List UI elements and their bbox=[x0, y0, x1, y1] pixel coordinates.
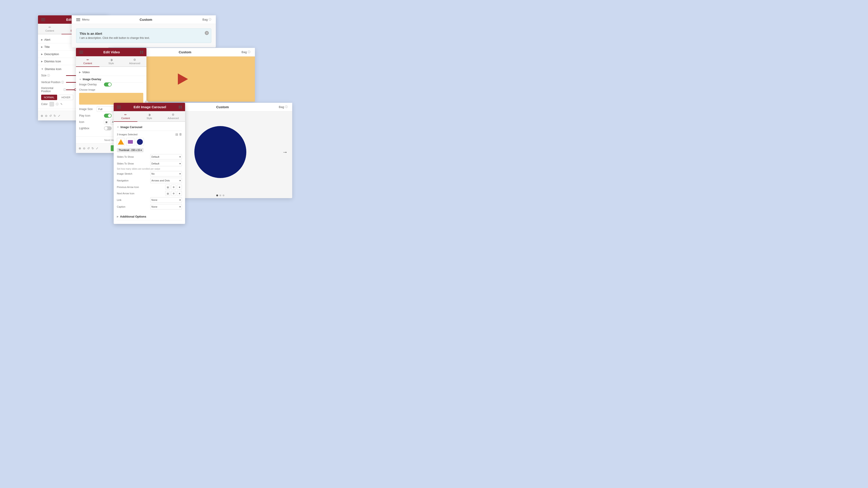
footer-icon-4[interactable]: ↻ bbox=[54, 114, 56, 118]
alert-description: I am a description. Click the edit butto… bbox=[80, 36, 203, 39]
image-overlay-toggle[interactable] bbox=[104, 83, 112, 87]
image-stretch-label: Image Stretch bbox=[117, 172, 132, 175]
navigation-select[interactable]: Arrows and Dots ▾ bbox=[150, 178, 182, 183]
chevron-right-video: ▶ bbox=[79, 71, 81, 73]
image-stretch-select[interactable]: No ▾ bbox=[150, 171, 182, 176]
image-size-button[interactable]: Thumbnail - 150 x 15 ▾ bbox=[117, 148, 144, 152]
footer-icon-v4[interactable]: ↻ bbox=[92, 147, 94, 150]
hamburger-icon[interactable] bbox=[41, 18, 45, 21]
nav-bag-alert[interactable]: Bag ⓘ bbox=[203, 18, 211, 22]
grid-icon-carousel[interactable] bbox=[179, 106, 182, 108]
grid-icon-video[interactable] bbox=[140, 51, 143, 54]
link-select[interactable]: None ▾ bbox=[150, 197, 182, 203]
footer-icon-2[interactable]: ⊖ bbox=[45, 114, 48, 118]
color-swatch[interactable] bbox=[50, 102, 54, 106]
carousel-thumb-2[interactable] bbox=[126, 138, 134, 146]
edit-carousel-panel: Edit Image Carousel ✏ Content ◑ Style ⚙ … bbox=[114, 103, 185, 224]
nav-logo-carousel: Custom bbox=[216, 105, 229, 109]
tab-style-carousel[interactable]: ◑ Style bbox=[137, 111, 161, 121]
previous-arrow-label: Previous Arrow Icon bbox=[117, 186, 139, 188]
info-icon-hp[interactable]: ⓘ bbox=[63, 88, 66, 92]
chevron-right-icon: ▶ bbox=[41, 46, 43, 48]
next-arrow-icon-1[interactable]: ▤ bbox=[165, 191, 170, 196]
tab-style-video[interactable]: ◑ Style bbox=[99, 56, 123, 66]
panel-carousel-header: Edit Image Carousel bbox=[114, 103, 185, 111]
footer-icon-v1[interactable]: ⊕ bbox=[79, 147, 81, 150]
carousel-thumb-3[interactable] bbox=[136, 138, 144, 146]
grid-view-icon[interactable]: ▤ bbox=[175, 133, 178, 136]
vertical-position-label: Vertical Position ⓘ bbox=[41, 80, 66, 84]
slides-to-show-label: Slides To Show bbox=[117, 156, 134, 158]
info-icon-vp[interactable]: ⓘ bbox=[61, 80, 64, 84]
hamburger-icon-carousel[interactable] bbox=[117, 106, 121, 108]
carousel-thumb-1[interactable] bbox=[117, 138, 125, 146]
tab-content-carousel[interactable]: ✏ Content bbox=[114, 111, 137, 122]
alert-preview-content: This Is an Alert I am a description. Cli… bbox=[72, 24, 216, 47]
alert-box: This Is an Alert I am a description. Cli… bbox=[76, 29, 211, 43]
delete-selected-icon[interactable]: 🗑 bbox=[179, 133, 182, 136]
play-button[interactable] bbox=[176, 72, 190, 86]
thumb-circle-icon bbox=[137, 139, 143, 145]
dot-2[interactable] bbox=[219, 195, 221, 196]
info-icon-size[interactable]: ⓘ bbox=[47, 74, 50, 77]
footer-icon-v2[interactable]: ⊖ bbox=[83, 147, 86, 150]
panel-carousel-title: Edit Image Carousel bbox=[133, 105, 166, 109]
next-arrow-icon-3[interactable]: ★ bbox=[177, 191, 182, 196]
image-carousel-header[interactable]: ▼ Image Carousel bbox=[117, 124, 182, 131]
tab-advanced-carousel[interactable]: ⚙ Advanced bbox=[161, 111, 185, 121]
panel-carousel-tabs: ✏ Content ◑ Style ⚙ Advanced bbox=[114, 111, 185, 122]
hover-state-button[interactable]: HOVER bbox=[59, 95, 73, 100]
caption-row: Caption None ▾ bbox=[117, 204, 182, 209]
nav-bag-video[interactable]: Bag ⓘ bbox=[242, 50, 250, 54]
footer-icon-3[interactable]: ↺ bbox=[49, 114, 52, 118]
hamburger-icon-video[interactable] bbox=[79, 51, 83, 54]
slides-to-show-select-2[interactable]: Default ▾ bbox=[150, 161, 182, 166]
footer-icon-5[interactable]: ⤢ bbox=[58, 114, 60, 118]
next-arrow-icon-2[interactable]: ⚙ bbox=[171, 191, 176, 196]
previous-arrow-row: Previous Arrow Icon ▤ ⚙ ★ bbox=[117, 185, 182, 190]
advanced-icon-video: ⚙ bbox=[133, 58, 136, 61]
nav-hamburger-icon[interactable] bbox=[76, 18, 80, 21]
footer-icon-v5[interactable]: ⤢ bbox=[96, 147, 98, 150]
icon-label-video: Icon bbox=[79, 121, 104, 124]
carousel-action-icons: ▤ 🗑 bbox=[175, 133, 182, 136]
size-label: Size ⓘ bbox=[41, 74, 66, 77]
lightbox-toggle[interactable] bbox=[104, 126, 112, 130]
chevron-down-icon: ▾ bbox=[180, 162, 181, 165]
additional-options-section: ▶ Additional Options bbox=[114, 213, 185, 222]
caption-select[interactable]: None ▾ bbox=[150, 204, 182, 209]
tab-content-video[interactable]: ✏ Content bbox=[76, 56, 99, 67]
play-icon-toggle[interactable] bbox=[104, 113, 112, 118]
additional-options-header[interactable]: ▶ Additional Options bbox=[117, 213, 182, 220]
section-video[interactable]: ▶ Video bbox=[76, 69, 147, 76]
info-icon-color[interactable]: ⓘ bbox=[56, 102, 59, 106]
tab-content-alert[interactable]: ✏ Content bbox=[38, 24, 61, 34]
footer-icon-1[interactable]: ⊕ bbox=[41, 114, 43, 118]
image-overlay-header[interactable]: ▼ Image Overlay bbox=[79, 76, 143, 83]
slides-to-show-select[interactable]: Default ▾ bbox=[150, 154, 182, 160]
footer-icon-v3[interactable]: ↺ bbox=[87, 147, 90, 150]
prev-arrow-icon-3[interactable]: ★ bbox=[177, 185, 182, 190]
chevron-right-additional: ▶ bbox=[117, 215, 119, 218]
play-icon-label: Play Icon bbox=[79, 114, 104, 117]
alert-close-button[interactable]: ✕ bbox=[205, 31, 209, 35]
dot-1[interactable] bbox=[216, 195, 218, 196]
alert-preview-nav: Menu Custom Bag ⓘ bbox=[72, 15, 216, 24]
prev-arrow-icon-1[interactable]: ▤ bbox=[165, 185, 170, 190]
prev-arrow-icon-2[interactable]: ⚙ bbox=[171, 185, 176, 190]
style-icon-carousel: ◑ bbox=[148, 113, 151, 116]
carousel-right-arrow[interactable]: → bbox=[280, 147, 290, 158]
icon-box-1[interactable]: ▣ bbox=[104, 120, 109, 125]
next-arrow-icons: ▤ ⚙ ★ bbox=[165, 191, 182, 196]
normal-state-button[interactable]: NORMAL bbox=[41, 95, 57, 100]
chevron-right-icon: ▶ bbox=[41, 53, 43, 55]
panel-video-header: Edit Video bbox=[76, 48, 147, 56]
nav-bag-carousel[interactable]: Bag ⓘ bbox=[279, 105, 288, 109]
dot-3[interactable] bbox=[223, 195, 224, 196]
slides-to-show-label-2: Slides To Show bbox=[117, 162, 134, 165]
tab-advanced-video[interactable]: ⚙ Advanced bbox=[123, 56, 147, 66]
edit-color-icon[interactable]: ✎ bbox=[60, 103, 63, 106]
chevron-right-icon: ▶ bbox=[41, 60, 43, 63]
thumb-rect-icon bbox=[128, 140, 133, 144]
nav-menu-alert[interactable]: Menu bbox=[76, 18, 90, 21]
